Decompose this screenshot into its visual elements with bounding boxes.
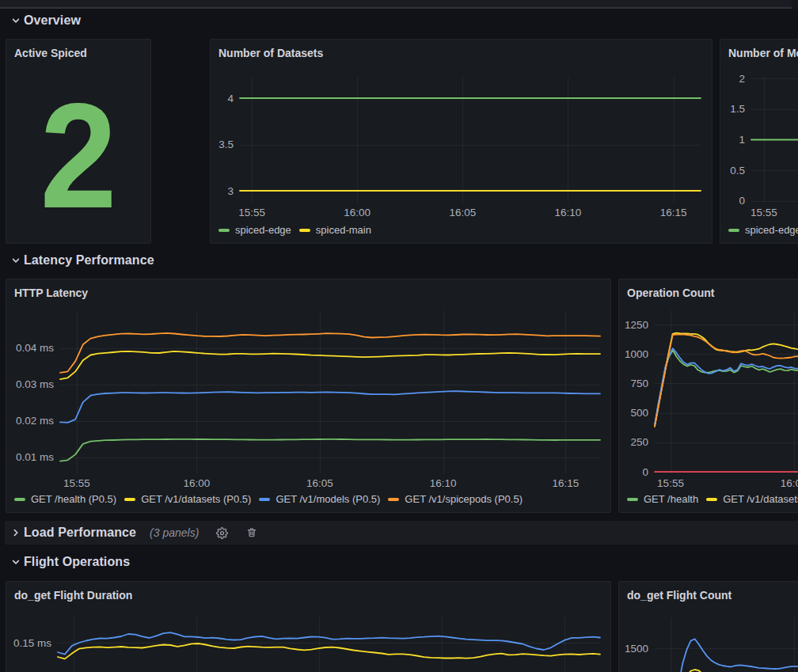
y-axis-tick-label: 4	[227, 93, 234, 104]
x-axis-tick-label: 16:00	[344, 207, 370, 218]
legend-item[interactable]: spiced-edge	[728, 224, 798, 236]
legend-label: GET /v1/spicepods (P0.5)	[405, 493, 522, 505]
legend-label: GET /v1/datasets (P0.5)	[141, 493, 251, 505]
series-line-yellow	[58, 644, 600, 659]
x-axis-tick-label: 16:10	[430, 477, 457, 489]
section-panel-count: (3 panels)	[150, 526, 199, 539]
y-axis-tick-label: 500	[630, 407, 648, 419]
y-axis-tick-label: 750	[630, 378, 648, 389]
legend-marker-icon	[218, 229, 230, 232]
legend-label: spiced-edge	[235, 224, 291, 236]
chevron-down-icon	[11, 256, 21, 265]
x-axis-tick-label: 15:55	[657, 477, 684, 489]
legend-item[interactable]: GET /v1/spicepods (P0.5)	[388, 493, 522, 505]
section-title-overview: Overview	[24, 13, 81, 28]
y-axis-tick-label: 0.15 ms	[13, 637, 51, 649]
y-axis-tick-label: 1250	[625, 319, 648, 331]
series-line-GET /v1/models (P0.5)	[60, 391, 600, 423]
section-title-load-performance: Load Performance	[24, 526, 136, 540]
y-axis-tick-label: 0	[739, 195, 745, 207]
legend-marker-icon	[627, 498, 638, 501]
series-line-GET /v1/datasets	[655, 333, 798, 426]
series-line-blue	[655, 639, 798, 672]
panel-number-of-datasets: Number of Datasets 15:5516:0016:0516:101…	[210, 39, 712, 244]
panel-operation-count: Operation Count 15:5516:0016:0516:1016:1…	[618, 279, 798, 513]
section-header-overview[interactable]: Overview	[11, 10, 81, 31]
panel-do-get-flight-count: do_get Flight Count 1500	[618, 581, 798, 672]
y-axis-tick-label: 250	[630, 436, 648, 448]
chart-http-latency[interactable]: 15:5516:0016:0516:1016:150.04 ms0.03 ms0…	[6, 279, 610, 512]
series-line-GET /v1/datasets (P0.5)	[60, 351, 600, 379]
y-axis-tick-label: 0.04 ms	[16, 342, 54, 354]
y-axis-tick-label: 0	[642, 466, 648, 478]
chart-legend: GET /health (P0.5)GET /v1/datasets (P0.5…	[14, 493, 607, 505]
chart-canvas-fcnt: 1500	[619, 582, 798, 672]
chart-canvas-fdur: 0.15 ms	[6, 582, 610, 672]
x-axis-tick-label: 15:55	[750, 207, 777, 218]
legend-marker-icon	[388, 498, 399, 501]
legend-item[interactable]: spiced-edge	[218, 224, 291, 236]
legend-label: GET /v1/datasets	[723, 493, 798, 505]
x-axis-tick-label: 16:10	[555, 207, 582, 218]
legend-item[interactable]: spiced-main	[299, 224, 371, 236]
section-header-flight-operations[interactable]: Flight Operations	[11, 552, 130, 572]
x-axis-tick-label: 16:15	[553, 477, 580, 489]
legend-marker-icon	[706, 498, 717, 501]
x-axis-tick-label: 16:15	[660, 207, 687, 218]
chart-number-of-models[interactable]: 15:5516:0016:0516:1016:1521.510.50spiced…	[720, 40, 798, 243]
y-axis-tick-label: 1	[739, 134, 745, 146]
legend-item[interactable]: GET /health	[627, 493, 698, 505]
panel-do-get-flight-duration: do_get Flight Duration 0.15 ms	[6, 581, 611, 672]
y-axis-tick-label: 1500	[625, 643, 648, 655]
chart-legend: spiced-edgespiced-main	[728, 224, 798, 236]
legend-item[interactable]: GET /v1/datasets	[706, 493, 798, 505]
toolbar-strip	[0, 0, 798, 9]
x-axis-tick-label: 16:05	[306, 477, 333, 489]
chart-legend: GET /healthGET /v1/datasetsGET /v1/model…	[627, 493, 798, 505]
chart-canvas-models: 15:5516:0016:0516:1016:1521.510.50	[720, 40, 798, 243]
chart-operation-count[interactable]: 15:5516:0016:0516:1016:15125010007505002…	[619, 279, 798, 512]
y-axis-tick-label: 1.5	[730, 103, 745, 115]
legend-marker-icon	[728, 229, 739, 232]
legend-item[interactable]: GET /v1/datasets (P0.5)	[124, 493, 251, 505]
y-axis-tick-label: 0.01 ms	[16, 451, 54, 463]
chevron-down-icon	[11, 557, 21, 567]
panel-title-active-spiced[interactable]: Active Spiced	[14, 46, 87, 60]
gear-icon[interactable]	[215, 526, 228, 539]
x-axis-tick-label: 16:05	[449, 207, 476, 218]
trash-icon[interactable]	[245, 526, 258, 539]
legend-item[interactable]: GET /health (P0.5)	[14, 493, 116, 505]
chevron-right-icon	[11, 528, 21, 537]
panel-number-of-models: Number of Models 15:5516:0016:0516:1016:…	[720, 39, 798, 244]
legend-label: GET /v1/models (P0.5)	[276, 493, 380, 505]
x-axis-tick-label: 15:55	[63, 477, 90, 489]
series-line-GET /v1/spicepods	[655, 334, 798, 427]
panel-active-spiced: Active Spiced 2	[6, 39, 151, 244]
x-axis-tick-label: 16:00	[781, 477, 798, 489]
y-axis-tick-label: 3	[227, 185, 234, 197]
y-axis-tick-label: 0.03 ms	[16, 378, 54, 390]
toolbar-corner	[792, 0, 798, 9]
legend-marker-icon	[14, 498, 25, 501]
chart-canvas-http: 15:5516:0016:0516:1016:150.04 ms0.03 ms0…	[6, 279, 610, 512]
y-axis-tick-label: 0.02 ms	[16, 415, 54, 427]
legend-item[interactable]: GET /v1/models (P0.5)	[259, 493, 380, 505]
chart-flight-count[interactable]: 1500	[619, 582, 798, 672]
section-header-latency-performance[interactable]: Latency Performance	[11, 250, 154, 271]
chart-flight-duration[interactable]: 0.15 ms	[6, 582, 610, 672]
section-title-flight-operations: Flight Operations	[24, 555, 130, 569]
legend-label: GET /health (P0.5)	[31, 493, 116, 505]
y-axis-tick-label: 0.5	[730, 165, 745, 177]
chart-number-of-datasets[interactable]: 15:5516:0016:0516:1016:1543.53spiced-edg…	[211, 40, 712, 243]
y-axis-tick-label: 2	[739, 73, 745, 85]
section-title-latency-performance: Latency Performance	[24, 253, 154, 268]
chevron-down-icon	[11, 16, 21, 25]
chart-canvas-datasets: 15:5516:0016:0516:1016:1543.53	[211, 40, 712, 243]
chart-legend: spiced-edgespiced-main	[218, 224, 709, 236]
x-axis-tick-label: 15:55	[238, 207, 265, 218]
series-line-GET /health	[655, 350, 798, 426]
legend-marker-icon	[299, 229, 310, 232]
x-axis-tick-label: 16:00	[184, 477, 211, 489]
section-header-load-performance[interactable]: Load Performance (3 panels)	[5, 521, 798, 545]
panel-http-latency: HTTP Latency 15:5516:0016:0516:1016:150.…	[6, 279, 611, 513]
